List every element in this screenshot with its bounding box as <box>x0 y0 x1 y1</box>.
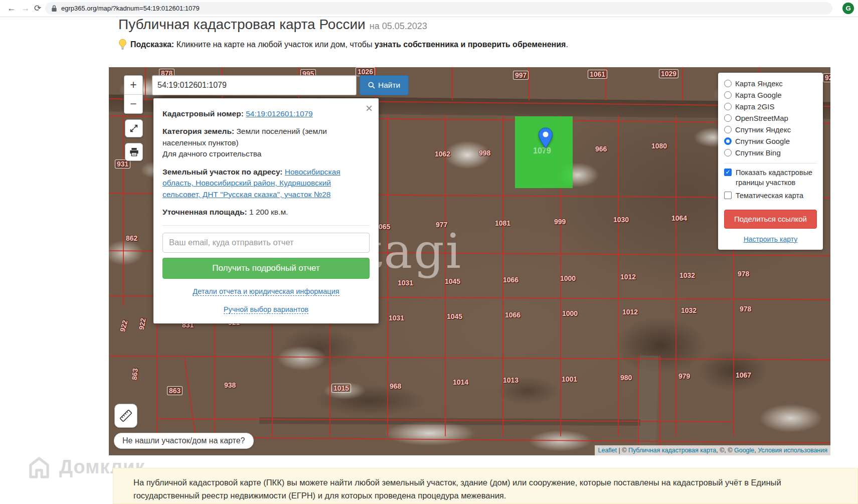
parcel-number: 979 <box>678 372 690 380</box>
layer-option-6[interactable]: Спутник Google <box>724 135 817 147</box>
url-text: egrp365.org/map/?kadnum=54:19:012601:107… <box>61 5 200 12</box>
leaflet-link[interactable]: Leaflet <box>598 447 617 454</box>
layer-options: Карта ЯндексКарта GoogleКарта 2GISOpenSt… <box>724 78 817 158</box>
parcel-number: 1080 <box>651 142 667 150</box>
parcel-info-popup: × Кадастровый номер: 54:19:012601:1079 К… <box>153 98 379 323</box>
checkbox-icon: ✓ <box>724 169 732 176</box>
reload-icon[interactable]: ⟳ <box>31 2 44 15</box>
lock-icon <box>51 5 57 12</box>
measure-button[interactable] <box>114 404 137 428</box>
page-title: Публичная кадастровая карта Россиина 05.… <box>118 17 427 33</box>
track <box>259 417 640 426</box>
parcel-number: 997 <box>513 71 529 80</box>
parcel-number: 999 <box>554 218 566 226</box>
layer-option-2[interactable]: Карта Google <box>724 89 817 101</box>
layer-option-4[interactable]: OpenStreetMap <box>724 112 817 124</box>
pkk-link[interactable]: Публичная кадастровая карта <box>628 447 716 454</box>
parcel-number: 938 <box>224 381 236 389</box>
url-bar[interactable]: egrp365.org/map/?kadnum=54:19:012601:107… <box>45 2 832 15</box>
configure-map-link[interactable]: Настроить карту <box>744 235 798 243</box>
info-box: На публичной кадастровой карте (ПКК) вы … <box>113 468 858 504</box>
parcel-number: 1030 <box>613 216 629 224</box>
radio-icon <box>724 114 732 122</box>
zoom-control: + − <box>124 75 143 114</box>
parcel-number: 966 <box>595 145 607 153</box>
map[interactable]: 8789951026997106110299210629989661080065… <box>109 67 830 455</box>
map-attribution: Leaflet | © Публичная кадастровая карта,… <box>595 445 830 455</box>
forward-icon[interactable]: → <box>19 2 32 15</box>
close-icon[interactable]: × <box>366 102 373 114</box>
layer-checkbox-1[interactable]: ✓Показать кадастровые границы участков <box>724 168 817 188</box>
layer-option-3[interactable]: Карта 2GIS <box>724 101 817 112</box>
parcel-number: 1013 <box>503 376 519 384</box>
radio-icon <box>724 103 732 110</box>
layer-checkboxes: ✓Показать кадастровые границы участковТе… <box>724 168 817 201</box>
manual-select-link[interactable]: Ручной выбор вариантов <box>224 305 308 314</box>
layer-option-7[interactable]: Спутник Bing <box>724 147 817 158</box>
search-input[interactable] <box>152 75 357 95</box>
cadnum-link[interactable]: 54:19:012601:1079 <box>246 109 313 118</box>
info-text: На публичной кадастровой карте (ПКК) вы … <box>113 468 857 502</box>
radio-icon <box>724 149 732 156</box>
parcel-number: 1066 <box>503 276 519 284</box>
get-report-button[interactable]: Получить подробный отчет <box>162 258 370 279</box>
parcel-number: 92 <box>823 73 830 82</box>
parcel-number: 1012 <box>622 308 638 316</box>
profile-avatar[interactable]: G <box>842 3 854 14</box>
layer-checkbox-2[interactable]: Тематическая карта <box>724 191 817 201</box>
search-icon <box>368 82 375 89</box>
zoom-out-button[interactable]: − <box>124 95 142 113</box>
zoom-in-button[interactable]: + <box>124 76 142 95</box>
parcel-number: 922 <box>118 319 129 333</box>
parcel-number: 863 <box>130 368 139 381</box>
not-found-button[interactable]: Не нашли участок/дом на карте? <box>114 433 254 449</box>
parcel-number: 1032 <box>679 271 695 279</box>
layer-option-5[interactable]: Спутник Яндекс <box>724 124 817 135</box>
map-marker-icon <box>538 127 553 148</box>
fullscreen-button[interactable] <box>125 119 143 137</box>
search-bar: Найти <box>152 75 409 95</box>
parcel-number: 1045 <box>447 312 462 320</box>
google-link[interactable]: Google <box>734 447 754 454</box>
parcel-number: 1014 <box>453 378 468 386</box>
parcel-number: 1061 <box>588 70 607 79</box>
fullscreen-icon <box>129 124 138 133</box>
parcel-number: 1081 <box>495 219 510 227</box>
house-icon <box>26 454 52 480</box>
parcel-number: 1031 <box>389 314 404 322</box>
share-link-button[interactable]: Поделиться ссылкой <box>724 210 817 229</box>
map-date: на 05.05.2023 <box>370 21 427 31</box>
parcel-number: 1000 <box>560 274 576 282</box>
parcel-number: 1064 <box>671 214 687 222</box>
parcel-number: 862 <box>126 234 137 242</box>
parcel-number: 978 <box>738 270 749 278</box>
ruler-icon <box>118 408 133 423</box>
parcel-number: 922 <box>137 317 147 330</box>
parcel-number: 1029 <box>659 69 678 78</box>
back-icon[interactable]: ← <box>5 2 18 15</box>
parcel-number: 863 <box>167 386 183 395</box>
layers-panel: Карта ЯндексКарта GoogleКарта 2GISOpenSt… <box>718 73 823 250</box>
parcel-number: 1012 <box>620 273 636 281</box>
lightbulb-icon <box>118 39 127 50</box>
radio-icon <box>724 91 732 99</box>
parcel-number: 1032 <box>681 306 697 314</box>
parcel-number: 998 <box>479 149 490 157</box>
print-button[interactable] <box>125 143 143 161</box>
hint-line: Подсказка: Кликните на карте на любой уч… <box>118 39 568 50</box>
email-input[interactable] <box>162 233 370 253</box>
print-icon <box>129 147 139 156</box>
layer-option-1[interactable]: Карта Яндекс <box>724 78 817 89</box>
find-button[interactable]: Найти <box>360 75 409 95</box>
terms-link[interactable]: Условия использования <box>758 447 827 454</box>
parcel-number: 980 <box>620 374 632 382</box>
browser-chrome: ← → ⟳ egrp365.org/map/?kadnum=54:19:0126… <box>0 0 858 17</box>
parcel-number: 1001 <box>562 375 577 383</box>
checkbox-icon <box>724 192 732 199</box>
parcel-number: 1000 <box>562 309 578 317</box>
parcel-number: 1066 <box>505 311 521 319</box>
report-details-link[interactable]: Детали отчета и юридическая информация <box>193 287 339 296</box>
parcel-number: 1067 <box>736 371 751 379</box>
selected-parcel[interactable]: 1079 <box>515 116 573 188</box>
parcel-number: 1031 <box>398 279 413 287</box>
